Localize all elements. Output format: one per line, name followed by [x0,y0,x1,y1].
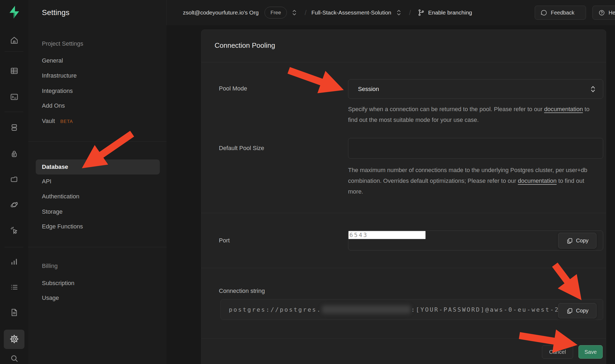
project-switcher-chevron-icon[interactable] [396,9,402,17]
sql-editor-icon[interactable] [0,92,28,101]
copy-label: Copy [576,238,589,244]
sidebar-item-storage[interactable]: Storage [42,208,63,216]
database-icon[interactable] [0,123,28,132]
settings-gear-icon[interactable] [0,334,28,344]
storage-icon[interactable] [0,175,28,184]
divider [167,0,167,25]
sidebar-item-authentication[interactable]: Authentication [42,193,79,200]
logs-icon[interactable] [0,283,28,292]
default-pool-size-field [348,138,603,159]
documentation-link[interactable]: documentation [544,106,583,112]
sidebar-item-edge-functions[interactable]: Edge Functions [42,223,83,230]
sidebar-item-general[interactable]: General [42,57,63,64]
save-button[interactable]: Save [578,345,603,359]
edge-functions-icon[interactable] [0,200,28,209]
plan-badge: Free [265,7,287,19]
connection-string-value: postgres://postgres.:[YOUR-PASSWORD]@aws… [229,305,564,314]
beta-badge: BETA [60,119,73,124]
feedback-button[interactable]: Feedback [535,6,586,20]
port-copy-button[interactable]: Copy [558,233,596,249]
divider [201,268,606,268]
sidebar-item-infrastructure[interactable]: Infrastructure [42,72,77,79]
default-pool-size-label: Default Pool Size [219,144,264,152]
nav-rail [0,0,28,364]
sidebar-item-vault[interactable]: VaultBETA [42,117,73,125]
connection-string-field[interactable]: postgres://postgres.:[YOUR-PASSWORD]@aws… [220,299,603,320]
sidebar-item-add-ons[interactable]: Add Ons [42,102,65,110]
project-name[interactable]: Full-Stack-Assessment-Solution [311,9,391,16]
divider [28,247,167,247]
divider [201,213,606,213]
connection-string-label: Connection string [219,287,265,295]
help-label: Help [609,10,615,16]
table-editor-icon[interactable] [0,66,28,75]
divider [5,112,23,112]
api-docs-icon[interactable] [0,308,28,317]
sidebar-item-database[interactable]: Database [42,163,68,171]
default-pool-size-description: The maximum number of connections made t… [348,165,594,197]
help-button[interactable]: Help [592,6,615,20]
connection-string-copy-button[interactable]: Copy [558,303,596,318]
sidebar-item-integrations[interactable]: Integrations [42,87,73,95]
pool-mode-description: Specify when a connection can be returne… [348,104,594,125]
breadcrumb-separator: / [305,9,306,17]
default-pool-size-input[interactable] [348,138,603,158]
panel-title: Connection Pooling [215,41,275,50]
enable-branching-label: Enable branching [428,9,472,16]
port-label: Port [219,237,230,244]
sidebar-item-api[interactable]: API [42,178,51,185]
page-title: Settings [42,0,70,25]
pool-mode-select[interactable]: Session [348,79,603,99]
sidebar-section-project-settings: Project Settings [42,40,83,48]
divider [5,247,23,247]
port-input[interactable] [348,231,426,239]
select-chevron-icon [589,85,596,94]
cancel-button[interactable]: Cancel [542,345,573,359]
feedback-label: Feedback [551,10,574,16]
reports-icon[interactable] [0,257,28,266]
sidebar-item-subscription[interactable]: Subscription [42,279,74,287]
home-icon[interactable] [0,36,28,45]
main-content: Connection Pooling Pool Mode Session Spe… [167,25,615,364]
pool-mode-value: Session [358,86,589,93]
divider [201,338,606,339]
redacted-segment [322,305,411,314]
sidebar-section-billing: Billing [42,262,58,270]
divider [5,51,23,52]
advisors-cursor-icon[interactable] [0,226,28,235]
connection-pooling-panel: Connection Pooling Pool Mode Session Spe… [201,30,606,364]
supabase-logo[interactable] [7,5,21,19]
sidebar-item-usage[interactable]: Usage [42,294,59,302]
org-name[interactable]: zsolt@codeyourfuture.io's Org [183,9,259,16]
documentation-link[interactable]: documentation [518,177,556,184]
search-icon[interactable] [0,354,28,363]
copy-label: Copy [576,308,589,314]
breadcrumb-separator: / [409,9,411,17]
top-bar: Settings zsolt@codeyourfuture.io's Org F… [28,0,615,26]
enable-branching-button[interactable]: Enable branching [417,9,472,16]
divider [201,62,606,62]
settings-sidebar: Project Settings General Infrastructure … [28,25,167,364]
breadcrumb: zsolt@codeyourfuture.io's Org Free / Ful… [183,0,472,25]
org-switcher-chevron-icon[interactable] [291,9,298,17]
pool-mode-label: Pool Mode [219,85,247,92]
divider [28,141,167,142]
supabase-settings-page: Settings zsolt@codeyourfuture.io's Org F… [0,0,615,364]
authentication-lock-icon[interactable] [0,149,28,158]
